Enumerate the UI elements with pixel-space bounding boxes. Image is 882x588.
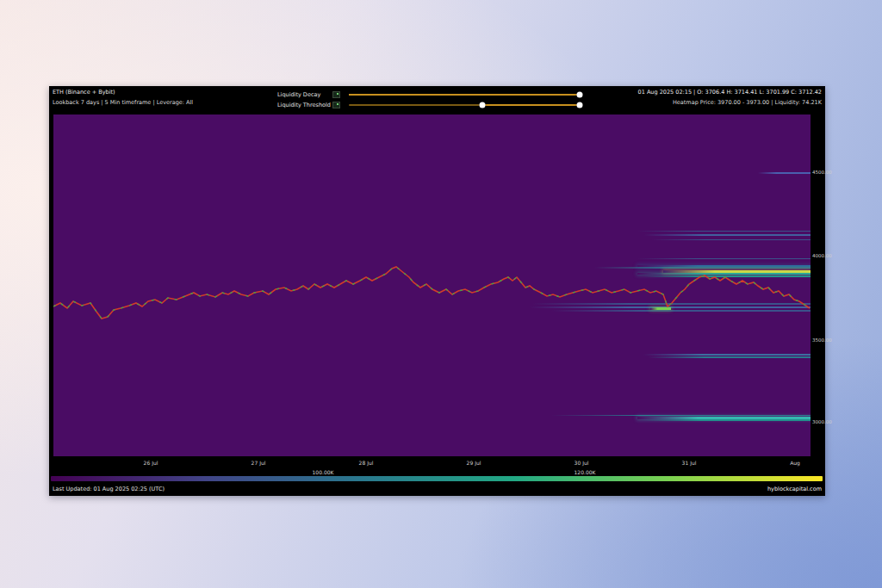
time-tick-label: 27 Jul — [252, 460, 266, 466]
settings-label: Lookback 7 days | 5 Min timeframe | Leve… — [53, 99, 193, 106]
header-left: ETH (Binance + Bybit) Lookback 7 days | … — [53, 89, 193, 106]
time-axis[interactable]: 26 Jul27 Jul28 Jul29 Jul30 Jul31 JulAug — [49, 456, 825, 469]
slider-handle[interactable] — [577, 92, 583, 98]
liquidity-colorbar — [51, 476, 823, 481]
heatmap-readout: Heatmap Price: 3970.00 - 3973.00 | Liqui… — [638, 99, 822, 106]
widget-header: ETH (Binance + Bybit) Lookback 7 days | … — [49, 86, 825, 115]
header-right: 01 Aug 2025 02:15 | O: 3706.4 H: 3714.41… — [638, 89, 822, 106]
liquidation-heatmap-widget: ETH (Binance + Bybit) Lookback 7 days | … — [49, 86, 825, 496]
price-tick-label: 4500.00 — [812, 170, 832, 175]
liquidity-threshold-info-icon[interactable] — [332, 102, 340, 108]
price-line — [53, 267, 810, 319]
time-tick-label: 30 Jul — [575, 460, 589, 466]
heatmap-plot-area[interactable] — [53, 115, 811, 456]
price-tick-label: 3500.00 — [812, 337, 832, 343]
liquidity-threshold-label: Liquidity Threshold — [277, 102, 332, 108]
slider-handle[interactable] — [480, 102, 486, 108]
liquidity-threshold-row: Liquidity Threshold — [277, 100, 580, 110]
price-tick-label: 3000.00 — [812, 419, 832, 424]
liquidity-decay-row: Liquidity Decay — [277, 90, 580, 100]
colorbar-block: 100.00K120.00K — [49, 469, 825, 482]
slider-active-range — [349, 94, 580, 96]
slider-group: Liquidity Decay Liquidity Threshold — [277, 90, 580, 110]
time-tick-label: 28 Jul — [359, 460, 374, 466]
time-tick-label: 31 Jul — [682, 460, 697, 466]
colorbar-tick-label: 120.00K — [575, 469, 596, 475]
ohlc-readout: 01 Aug 2025 02:15 | O: 3706.4 H: 3714.41… — [638, 89, 822, 96]
price-tick-label: 4000.00 — [812, 253, 832, 258]
slider-active-range — [482, 104, 580, 106]
liquidity-threshold-slider[interactable] — [349, 104, 580, 106]
symbol-label: ETH (Binance + Bybit) — [53, 89, 193, 96]
price-line-layer — [53, 115, 811, 456]
chart-row: 4500.004000.003500.003000.00 — [49, 115, 825, 456]
time-tick-label: Aug — [790, 460, 800, 466]
price-line — [53, 267, 810, 319]
time-tick-label: 29 Jul — [467, 460, 481, 466]
site-link[interactable]: hyblockcapital.com — [767, 486, 822, 492]
liquidity-decay-info-icon[interactable] — [332, 91, 340, 98]
colorbar-tick-label: 100.00K — [313, 469, 334, 475]
liquidity-decay-slider[interactable] — [349, 94, 580, 96]
liquidity-decay-label: Liquidity Decay — [277, 91, 332, 98]
time-tick-label: 26 Jul — [144, 460, 158, 466]
slider-handle[interactable] — [577, 102, 583, 108]
last-updated-label: Last Updated: 01 Aug 2025 02:25 (UTC) — [53, 486, 165, 492]
price-axis[interactable]: 4500.004000.003500.003000.00 — [811, 115, 825, 456]
widget-footer: Last Updated: 01 Aug 2025 02:25 (UTC) hy… — [49, 482, 825, 496]
